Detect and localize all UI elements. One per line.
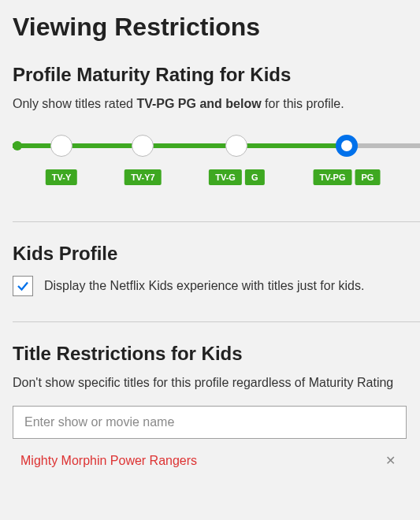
divider <box>13 221 420 222</box>
rating-tag-group: TV-GG <box>209 169 264 185</box>
rating-tag: TV-PG <box>313 169 351 185</box>
rating-tag-group: TV-Y <box>46 169 77 185</box>
title-restrictions-heading: Title Restrictions for Kids <box>13 343 420 365</box>
page-title: Viewing Restrictions <box>13 13 420 42</box>
rating-tag: G <box>245 169 265 185</box>
title-restrictions-subtext: Don't show specific titles for this prof… <box>13 376 420 390</box>
slider-handle-tv-y7[interactable] <box>132 135 154 157</box>
kids-profile-heading: Kids Profile <box>13 243 420 265</box>
rating-tag: TV-Y <box>46 169 77 185</box>
slider-handle-tv-y[interactable] <box>50 135 72 157</box>
slider-handle-tv-pg-pg[interactable] <box>336 135 358 157</box>
slider-handle-tv-g-g[interactable] <box>225 135 247 157</box>
rating-tag: PG <box>355 169 380 185</box>
restricted-title-row: Mighty Morphin Power Rangers✕ <box>13 450 407 471</box>
maturity-subtext: Only show titles rated TV-PG PG and belo… <box>13 97 420 111</box>
slider-start-dot <box>13 141 22 150</box>
restricted-title-label: Mighty Morphin Power Rangers <box>20 454 197 468</box>
maturity-heading: Profile Maturity Rating for Kids <box>13 64 420 86</box>
remove-restriction-button[interactable]: ✕ <box>382 450 399 471</box>
check-icon <box>16 279 30 293</box>
maturity-selected-label: TV-PG PG and below <box>136 97 261 110</box>
slider-segment <box>236 143 347 148</box>
slider-segment <box>61 143 143 148</box>
rating-tag-group: TV-PGPG <box>313 169 380 185</box>
rating-tag-group: TV-Y7 <box>125 169 162 185</box>
slider-segment <box>143 143 236 148</box>
title-search-input[interactable] <box>13 406 407 439</box>
maturity-slider[interactable] <box>13 135 420 157</box>
rating-tag: TV-G <box>209 169 242 185</box>
divider <box>13 321 420 322</box>
rating-tag: TV-Y7 <box>125 169 162 185</box>
kids-experience-checkbox[interactable] <box>13 276 33 296</box>
kids-experience-label: Display the Netflix Kids experience with… <box>44 279 364 293</box>
